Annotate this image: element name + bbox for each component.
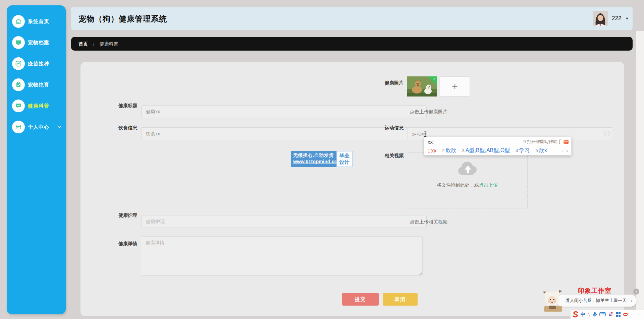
sogou-logo[interactable]: S bbox=[573, 310, 578, 319]
sidebar: 系统首页 宠物档案 疫苗接种 宠物绝育 健康科普 bbox=[7, 5, 66, 314]
sidebar-item-home[interactable]: 系统首页 bbox=[7, 15, 66, 28]
emoji-mouth-icon[interactable] bbox=[623, 312, 629, 317]
close-icon[interactable]: × bbox=[633, 289, 639, 295]
health-photo-thumbnail[interactable]: ✓ bbox=[407, 76, 437, 97]
health-detail-label: 健康详情 bbox=[114, 241, 137, 247]
sidebar-item-health-science[interactable]: 健康科普 bbox=[7, 99, 66, 113]
punctuation-toggle[interactable]: ’, bbox=[588, 312, 591, 317]
check-icon: ✓ bbox=[433, 77, 436, 81]
clear-input-icon[interactable]: × bbox=[604, 131, 610, 136]
profile-card-icon bbox=[12, 121, 25, 133]
ime-composition-row: xx 9 打开智能写作助手 bbox=[424, 137, 571, 146]
cancel-button[interactable]: 取消 bbox=[383, 293, 418, 306]
page-title: 宠物（狗）健康管理系统 bbox=[78, 14, 167, 24]
username[interactable]: 222 bbox=[612, 7, 621, 30]
health-title-label: 健康标题 bbox=[114, 103, 137, 109]
sidebar-item-vaccine[interactable]: 疫苗接种 bbox=[7, 57, 66, 70]
ime-composition: xx bbox=[428, 139, 433, 145]
skin-palette-icon[interactable] bbox=[608, 312, 613, 317]
avatar[interactable] bbox=[593, 11, 608, 26]
form-panel: 健康标题 健康xx 饮食信息 饮食xx 无须担心.自动发货 www.51topm… bbox=[80, 62, 624, 316]
video-upload-dropzone[interactable]: 将文件拖到此处，或点击上传 bbox=[407, 152, 528, 208]
sidebar-item-pet-archive[interactable]: 宠物档案 bbox=[7, 36, 66, 49]
sport-info-label: 运动信息 bbox=[380, 125, 404, 131]
sidebar-item-label: 个人中心 bbox=[28, 124, 49, 130]
keyboard-icon[interactable] bbox=[599, 312, 606, 317]
sidebar-item-label: 健康科普 bbox=[28, 103, 49, 109]
sidebar-item-neuter[interactable]: 宠物绝育 bbox=[7, 78, 66, 91]
ime-candidate-5[interactable]: 5欣x bbox=[535, 147, 547, 154]
breadcrumb: 首页 / 健康科普 bbox=[71, 37, 633, 51]
chat-icon bbox=[12, 100, 25, 112]
dropzone-text: 将文件拖到此处，或点击上传 bbox=[407, 182, 527, 188]
watermark-badge: 毕业 设计 bbox=[336, 151, 353, 167]
ime-candidate-2[interactable]: 2欣欣 bbox=[442, 147, 456, 154]
next-page-icon[interactable]: › bbox=[566, 148, 568, 153]
upload-cloud-icon bbox=[458, 161, 478, 178]
monitor-icon bbox=[12, 36, 25, 49]
video-upload-hint: 点击上传相关视频 bbox=[410, 219, 447, 225]
clipboard-icon bbox=[12, 78, 25, 91]
app-window: 系统首页 宠物档案 疫苗接种 宠物绝育 健康科普 bbox=[0, 0, 644, 319]
submit-button[interactable]: 提交 bbox=[342, 293, 379, 306]
chevron-right-icon: › bbox=[631, 295, 633, 307]
breadcrumb-separator: / bbox=[93, 42, 94, 47]
ime-candidate-4[interactable]: 4学习 bbox=[516, 147, 530, 154]
sidebar-item-personal-center[interactable]: 个人中心 bbox=[7, 120, 66, 134]
ime-toolbar: S 中 ’, bbox=[570, 310, 644, 319]
microphone-icon[interactable] bbox=[593, 312, 597, 317]
sidebar-item-label: 宠物绝育 bbox=[28, 82, 49, 88]
health-title-input[interactable]: 健康xx bbox=[141, 105, 427, 118]
watermark-ad: 无须担心.自动发货 www.51topmind.com 毕业 设计 bbox=[291, 151, 353, 167]
health-photo-label: 健康照片 bbox=[380, 80, 404, 86]
ime-assistant[interactable]: 9 打开智能写作助手 bbox=[523, 139, 569, 145]
health-care-input[interactable]: 健康护理 bbox=[141, 215, 427, 228]
plus-icon: + bbox=[452, 81, 458, 92]
upload-link[interactable]: 点击上传 bbox=[479, 182, 498, 188]
ime-caret bbox=[433, 139, 433, 144]
prev-page-icon[interactable]: ‹ bbox=[562, 148, 564, 153]
health-care-label: 健康护理 bbox=[114, 212, 137, 218]
ime-candidate-3[interactable]: 3A型,B型,AB型,O型 bbox=[462, 147, 510, 154]
ime-candidate-popup: xx 9 打开智能写作助手 1xx 2欣欣 3A型,B型,AB型,O型 4学习 … bbox=[424, 137, 572, 155]
chart-icon bbox=[12, 57, 25, 70]
chat-widget-bubble[interactable]: 养人间小苦瓜：懒羊羊上班一天 › bbox=[557, 295, 637, 307]
header: 宠物（狗）健康管理系统 222 ▼ bbox=[71, 7, 633, 30]
chevron-down-icon bbox=[57, 125, 62, 131]
diet-info-label: 饮食信息 bbox=[114, 125, 137, 131]
photo-upload-hint: 点击上传健康照片 bbox=[410, 109, 447, 115]
ime-candidates: 1xx 2欣欣 3A型,B型,AB型,O型 4学习 5欣x ‹ › bbox=[424, 146, 571, 155]
health-detail-textarea[interactable]: 健康详情 bbox=[141, 236, 423, 276]
studio-watermark: 印象工作室 bbox=[578, 286, 611, 295]
watermark-text: 无须担心.自动发货 www.51topmind.com bbox=[291, 151, 336, 167]
home-icon bbox=[12, 15, 25, 28]
page-right-gutter bbox=[636, 31, 644, 319]
resize-grip[interactable] bbox=[418, 271, 422, 275]
toolbox-grid-icon[interactable] bbox=[616, 312, 621, 317]
writing-assistant-icon bbox=[564, 140, 569, 144]
chat-message: 养人间小苦瓜：懒羊羊上班一天 bbox=[566, 298, 627, 303]
ime-mode-chinese[interactable]: 中 bbox=[581, 311, 586, 318]
ime-pager: ‹ › bbox=[562, 148, 568, 153]
sidebar-item-label: 疫苗接种 bbox=[28, 61, 49, 67]
user-menu-caret-icon[interactable]: ▼ bbox=[625, 7, 629, 30]
breadcrumb-home[interactable]: 首页 bbox=[78, 41, 88, 47]
chat-mascot-avatar[interactable] bbox=[542, 289, 564, 314]
add-photo-button[interactable]: + bbox=[440, 76, 470, 97]
sidebar-item-label: 系统首页 bbox=[28, 18, 49, 25]
related-video-label: 相关视频 bbox=[380, 153, 404, 159]
sidebar-item-label: 宠物档案 bbox=[28, 40, 49, 46]
ime-candidate-1[interactable]: 1xx bbox=[428, 148, 436, 154]
breadcrumb-current: 健康科普 bbox=[100, 41, 118, 47]
